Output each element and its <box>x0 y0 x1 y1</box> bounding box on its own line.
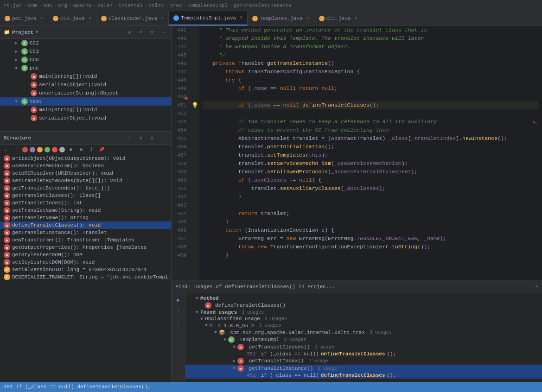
struct-item[interactable]: m getTransletName(): String <box>0 214 171 221</box>
expand-btn[interactable]: ⊕ <box>67 145 75 154</box>
sort-btn[interactable]: ↕ <box>126 134 134 142</box>
tree-item-poc-serialize[interactable]: m serialize(Object):void <box>0 81 171 89</box>
sort2-btn[interactable]: ⇅ <box>137 134 145 142</box>
struct-item[interactable]: m getStylesheetDOM(): DOM <box>0 251 171 259</box>
filter-red[interactable] <box>22 147 28 152</box>
method-icon: m <box>4 200 10 206</box>
tree-item-test-serialize[interactable]: m serialize(Object):void <box>0 114 171 122</box>
settings2-btn[interactable]: ⚙ <box>148 134 156 142</box>
collapse-btn[interactable]: ⊖ <box>77 145 85 154</box>
find-panel-label: Find: <box>175 284 191 290</box>
find-item-getTransletClasses[interactable]: ▼ m getTransletClasses() 1 usage <box>185 343 542 351</box>
filter-purple[interactable] <box>30 147 35 152</box>
tab-templates[interactable]: Templates.java × <box>248 11 314 25</box>
find-item-getTransletIndex[interactable]: ▶ m getTransletIndex() 1 usage <box>185 357 542 365</box>
tree-item-poc-main[interactable]: m main(String[]):void <box>0 72 171 81</box>
settings-btn[interactable]: ⚙ <box>148 28 156 37</box>
find-item-found[interactable]: ▼ Found usages 3 usages <box>185 309 542 316</box>
filter-up-btn[interactable]: ↑ <box>12 145 20 154</box>
struct-item[interactable]: f serialVersionUID: long = 6730943615192… <box>0 266 171 273</box>
struct-item[interactable]: m getTransletIndex(): int <box>0 199 171 207</box>
filter-orange[interactable] <box>37 147 43 152</box>
tab-poc[interactable]: poc.java × <box>0 11 48 25</box>
gutter-line <box>190 143 199 151</box>
breadcrumb-item[interactable]: trax <box>170 3 182 8</box>
find-item-package[interactable]: ▼ 📦 com.sun.org.apache.xalan.internal.xs… <box>185 329 542 336</box>
minimize-btn[interactable]: — <box>159 28 167 37</box>
tab-close-btn[interactable]: × <box>161 16 164 21</box>
code-view[interactable]: 442 443 444 445 446 447 448 449 450 451 … <box>172 26 542 280</box>
breadcrumb-item[interactable]: getTransletInstance <box>234 3 292 8</box>
filter-green[interactable] <box>45 147 50 152</box>
tab-close-btn[interactable]: × <box>354 16 357 21</box>
add-btn[interactable]: ⊕ <box>126 28 134 37</box>
pin-btn[interactable]: 📌 <box>97 145 106 154</box>
filter-red2[interactable] <box>52 147 57 152</box>
minimize2-btn[interactable]: — <box>159 134 167 142</box>
tab-close-btn[interactable]: × <box>306 16 309 21</box>
struct-item[interactable]: m getTransletBytecodes(): byte[][] <box>0 184 171 192</box>
tab-templatesimpl[interactable]: TemplatesImpl.java × <box>169 11 248 25</box>
tab-close-btn[interactable]: × <box>89 16 91 21</box>
method-label: defineTransletClasses(): void <box>12 222 101 228</box>
tree-item-cc6[interactable]: ▶ C CC6 <box>0 56 171 64</box>
find-item-unclassified[interactable]: ▼ Unclassified usage 3 usages <box>185 316 542 322</box>
breadcrumb-item[interactable]: apache <box>73 3 91 8</box>
tab-close-btn[interactable]: × <box>240 15 242 20</box>
code-text: translet. <box>203 143 267 151</box>
find-item-module[interactable]: ▼ ⊡ < 1.8.0_65 > 3 usages <box>185 322 542 329</box>
find-close-btn[interactable]: × <box>535 284 538 290</box>
breadcrumb-item[interactable]: com <box>28 3 37 8</box>
struct-item[interactable]: m useServicesMechnism(): boolean <box>0 162 171 170</box>
struct-item[interactable]: m getTransletInstance(): Translet <box>0 229 171 236</box>
method-icon: m <box>237 365 244 372</box>
structure-title: Structure <box>4 135 31 141</box>
find-nav-next[interactable]: ▶ <box>174 295 183 304</box>
find-item-getTransletInstance[interactable]: ▼ m getTransletInstance() 1 usage <box>185 365 542 372</box>
tree-item-test-main[interactable]: m main(String[]):void <box>0 106 171 114</box>
struct-item[interactable]: m setStylesheetDOM(DOM): void <box>0 259 171 266</box>
breadcrumb-item[interactable]: org <box>58 3 67 8</box>
align-btn[interactable]: ≡ <box>137 28 145 37</box>
struct-item[interactable]: f DESERIALIZE_TRANSLET: String = "jdk.xm… <box>0 273 171 281</box>
find-item-class[interactable]: ▼ C TemplatesImpl 3 usages <box>185 336 542 343</box>
tab-close-btn[interactable]: × <box>40 16 43 21</box>
struct-item[interactable]: m setTransletBytecodes(byte[][]): void <box>0 177 171 184</box>
method-icon: m <box>237 358 244 364</box>
tree-item-cc3[interactable]: ▶ C CC3 <box>0 47 171 56</box>
filter-down-btn[interactable]: ↓ <box>2 145 10 154</box>
breadcrumb-item[interactable]: rt.jar <box>4 3 22 8</box>
breadcrumb-item[interactable]: xsltc <box>149 3 164 8</box>
tree-item-poc-unserialize[interactable]: m unserialize(String):Object <box>0 89 171 97</box>
tab-cc3[interactable]: CC3.java × <box>48 11 96 25</box>
dropdown-arrow[interactable]: ▼ <box>35 30 38 35</box>
struct-item[interactable]: m newTransformer(): Transformer [Templat… <box>0 236 171 244</box>
find-item-method[interactable]: ▼ Method <box>185 295 542 302</box>
folder-icon: 📁 <box>4 29 10 35</box>
breadcrumb-item[interactable]: internal <box>118 3 143 8</box>
breadcrumb-item[interactable]: xalan <box>97 3 113 8</box>
struct-item[interactable]: m getTransletClasses(): Class[] <box>0 192 171 199</box>
filter-gray[interactable] <box>59 147 65 152</box>
tree-item-cc2[interactable]: ▶ C CC2 <box>0 39 171 47</box>
tab-classloader[interactable]: ClassLoader.java × <box>96 11 169 25</box>
breadcrumb-item[interactable]: sun <box>43 3 52 8</box>
find-nav-up[interactable]: ↑ <box>174 306 183 316</box>
method-label: setURIResolver(URIResolver): void <box>12 171 113 176</box>
find-nav-down[interactable]: ↓ <box>174 317 183 327</box>
tree-item-poc[interactable]: ▼ C poc <box>0 64 171 72</box>
code-text: _class <box>251 101 270 109</box>
struct-item-define[interactable]: m defineTransletClasses(): void <box>0 221 171 229</box>
find-item-line451[interactable]: 451 if (_class == null) defineTransletCl… <box>185 372 542 379</box>
find-item-line351[interactable]: 351 if (_class == null) defineTransletCl… <box>185 351 542 357</box>
struct-item[interactable]: m writeObject(ObjectOutputStream): void <box>0 155 171 162</box>
breadcrumb-item[interactable]: TemplatesImpl <box>188 3 228 8</box>
tree-item-test[interactable]: ▼ C test <box>0 97 171 106</box>
tab-cc1[interactable]: CC1.java × <box>314 11 363 25</box>
find-item-define[interactable]: m defineTransletClasses() <box>185 302 542 309</box>
code-text: _transletIndex <box>411 134 456 143</box>
struct-item[interactable]: m setURIResolver(URIResolver): void <box>0 170 171 177</box>
struct-item[interactable]: m setTransletName(String): void <box>0 207 171 214</box>
struct-item[interactable]: m getOutputProperties(): Properties [Tem… <box>0 244 171 251</box>
inherit-btn[interactable]: ⤴ <box>87 145 96 154</box>
